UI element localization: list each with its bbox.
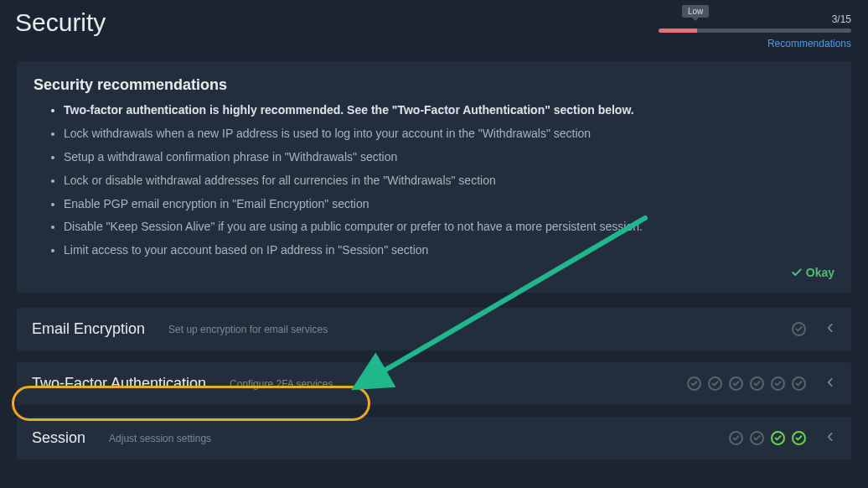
okay-button[interactable]: Okay (791, 266, 834, 279)
section-status-icons (687, 376, 836, 391)
recommendations-title: Security recommendations (34, 76, 834, 94)
check-icon (791, 267, 803, 278)
section-title: Email Encryption (32, 320, 145, 338)
status-enabled-icon (771, 431, 785, 445)
section-status-icons (792, 322, 836, 336)
score-bar (659, 29, 851, 33)
status-enabled-icon (792, 431, 806, 445)
section-subtitle: Set up encryption for email services (168, 324, 328, 335)
recommendation-item: Lock withdrawals when a new IP address i… (64, 126, 834, 142)
status-disabled-icon (729, 431, 743, 445)
okay-label: Okay (806, 266, 834, 279)
chevron-left-icon (824, 322, 836, 336)
recommendation-item: Setup a withdrawal confirmation phrase i… (64, 149, 834, 165)
page-title: Security (15, 8, 106, 37)
score-bar-fill (659, 29, 697, 33)
section-row[interactable]: Two-Factor AuthenticationConfigure 2FA s… (17, 362, 851, 405)
recommendations-link[interactable]: Recommendations (659, 38, 851, 49)
score-level-tooltip: Low (682, 5, 709, 18)
recommendation-item: Disable "Keep Session Alive" if you are … (64, 219, 834, 235)
security-score-widget: Low 3/15 Recommendations (659, 8, 851, 49)
recommendation-item: Limit access to your account based on IP… (64, 242, 834, 258)
section-title: Session (32, 429, 85, 447)
status-disabled-icon (708, 376, 722, 391)
section-status-icons (729, 431, 836, 445)
section-subtitle: Adjust session settings (109, 433, 211, 444)
recommendations-list: Two-factor authentication is highly reco… (34, 102, 834, 258)
status-disabled-icon (750, 431, 764, 445)
recommendation-item: Two-factor authentication is highly reco… (64, 102, 834, 118)
section-row[interactable]: SessionAdjust session settings (17, 417, 851, 459)
status-disabled-icon (771, 376, 785, 391)
chevron-left-icon (824, 376, 836, 391)
section-subtitle: Configure 2FA services (230, 378, 333, 390)
status-disabled-icon (729, 376, 743, 391)
status-disabled-icon (687, 376, 701, 391)
section-row[interactable]: Email EncryptionSet up encryption for em… (17, 308, 851, 350)
status-disabled-icon (792, 322, 806, 336)
status-disabled-icon (750, 376, 764, 391)
recommendation-item: Enable PGP email encryption in "Email En… (64, 196, 834, 212)
section-title: Two-Factor Authentication (32, 375, 206, 392)
recommendation-item: Lock or disable withdrawal addresses for… (64, 173, 834, 189)
chevron-left-icon (824, 431, 836, 445)
recommendations-panel: Security recommendations Two-factor auth… (17, 61, 851, 293)
status-disabled-icon (792, 376, 806, 391)
